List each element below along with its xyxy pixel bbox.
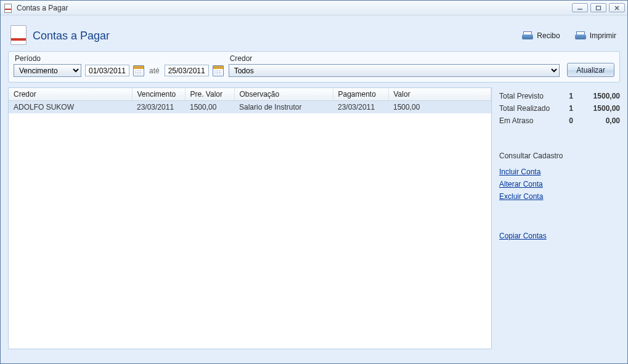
app-icon <box>3 3 13 13</box>
excluir-conta-link[interactable]: Excluir Conta <box>499 192 620 201</box>
total-atraso-value: 0,00 <box>573 116 620 125</box>
page-header: Contas a Pagar Recibo Imprimir <box>8 20 620 51</box>
data-de-input[interactable] <box>85 65 129 76</box>
contas-grid: Credor Vencimento Pre. Valor Observação … <box>9 88 491 113</box>
col-header-pre-valor[interactable]: Pre. Valor <box>185 88 234 101</box>
data-ate-input[interactable] <box>165 65 209 76</box>
app-window: Contas a Pagar Contas a Pagar Recibo <box>0 0 628 364</box>
col-header-credor[interactable]: Credor <box>9 88 132 101</box>
printer-icon <box>522 31 533 40</box>
ate-label: até <box>148 67 161 75</box>
calendar-icon[interactable] <box>213 65 224 76</box>
recibo-button[interactable]: Recibo <box>522 31 560 40</box>
total-atraso-label: Em Atraso <box>499 116 558 125</box>
col-header-vencimento[interactable]: Vencimento <box>132 88 185 101</box>
cell-credor: ADOLFO SUKOW <box>9 101 132 114</box>
total-previsto-label: Total Previsto <box>499 92 558 100</box>
main-row: Credor Vencimento Pre. Valor Observação … <box>8 87 620 349</box>
consultar-cadastro-label: Consultar Cadastro <box>499 152 620 160</box>
copiar-contas-link[interactable]: Copiar Contas <box>499 232 620 240</box>
atualizar-button[interactable]: Atualizar <box>567 63 614 77</box>
content: Contas a Pagar Recibo Imprimir Período V… <box>1 15 627 357</box>
recibo-label: Recibo <box>537 31 560 40</box>
svg-rect-1 <box>597 6 601 10</box>
periodo-select[interactable]: Vencimento <box>14 64 81 77</box>
cell-observacao: Salario de Instrutor <box>234 101 333 114</box>
imprimir-label: Imprimir <box>590 31 616 40</box>
total-realizado-label: Total Realizado <box>499 104 558 113</box>
cell-pre-valor: 1500,00 <box>185 101 234 114</box>
periodo-label: Período <box>14 54 224 63</box>
credor-group: Credor Todos <box>229 54 560 77</box>
cell-vencimento: 23/03/2011 <box>132 101 185 114</box>
imprimir-button[interactable]: Imprimir <box>575 31 616 40</box>
total-realizado-value: 1500,00 <box>573 104 620 113</box>
col-header-valor[interactable]: Valor <box>388 88 491 101</box>
titlebar: Contas a Pagar <box>1 1 627 15</box>
table-pane: Credor Vencimento Pre. Valor Observação … <box>8 87 492 349</box>
total-previsto-count: 1 <box>558 92 573 100</box>
totals: Total Previsto 1 1500,00 Total Realizado… <box>499 90 620 127</box>
total-previsto-value: 1500,00 <box>573 92 620 100</box>
maximize-button[interactable] <box>590 3 606 12</box>
col-header-observacao[interactable]: Observação <box>234 88 333 101</box>
total-atraso-count: 0 <box>558 116 573 125</box>
window-title: Contas a Pagar <box>17 4 572 12</box>
side-pane: Total Previsto 1 1500,00 Total Realizado… <box>499 87 620 349</box>
incluir-conta-link[interactable]: Incluir Conta <box>499 168 620 176</box>
alterar-conta-link[interactable]: Alterar Conta <box>499 180 620 188</box>
cell-valor: 1500,00 <box>388 101 491 114</box>
col-header-pagamento[interactable]: Pagamento <box>333 88 388 101</box>
page-title: Contas a Pagar <box>33 30 110 42</box>
credor-label: Credor <box>229 54 560 63</box>
document-icon <box>10 25 27 46</box>
close-button[interactable] <box>609 3 625 12</box>
total-realizado-count: 1 <box>558 104 573 113</box>
printer-icon <box>575 31 586 40</box>
calendar-icon[interactable] <box>133 65 144 76</box>
filter-bar: Período Vencimento até Credor Todos <box>8 51 620 83</box>
credor-select[interactable]: Todos <box>229 64 560 77</box>
periodo-group: Período Vencimento até <box>14 54 224 77</box>
window-buttons <box>572 3 625 12</box>
cell-pagamento: 23/03/2011 <box>333 101 388 114</box>
minimize-button[interactable] <box>572 3 588 12</box>
table-row[interactable]: ADOLFO SUKOW 23/03/2011 1500,00 Salario … <box>9 101 491 114</box>
